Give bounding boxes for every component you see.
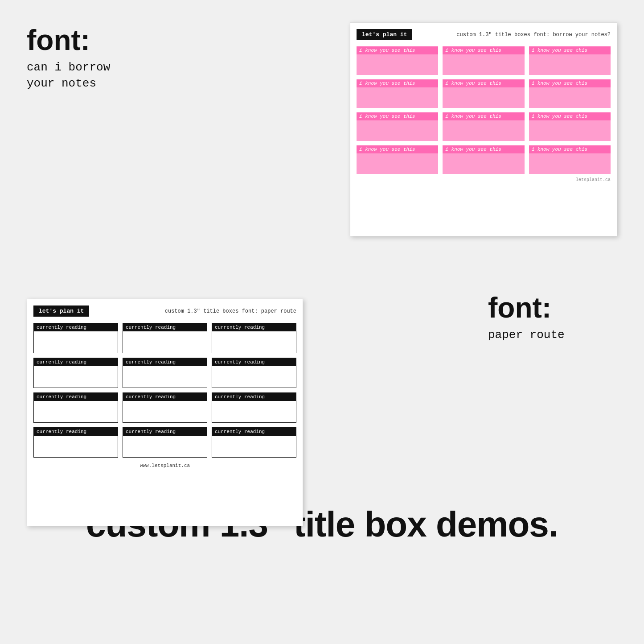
bw-sheet-watermark: www.letsplanit.ca	[33, 463, 296, 468]
sticker-label: currently reading	[212, 358, 296, 366]
sticker-label: currently reading	[123, 358, 207, 366]
sticker-body	[123, 401, 207, 422]
list-item: currently reading	[33, 392, 118, 423]
sticker-body	[212, 401, 296, 422]
font-label-right: font: paper route	[475, 259, 617, 343]
list-item: currently reading	[212, 358, 296, 388]
sticker-label: i know you see this	[357, 46, 438, 54]
bw-sticker-grid: currently reading currently reading curr…	[33, 323, 296, 458]
sticker-label: currently reading	[34, 428, 118, 436]
sticker-body	[529, 54, 611, 75]
list-item: currently reading	[33, 427, 118, 458]
sticker-body	[529, 153, 611, 174]
sticker-body	[357, 153, 438, 174]
sticker-body	[123, 436, 207, 457]
list-item: currently reading	[123, 392, 207, 423]
sheets-area-top: let's plan it custom 1.3" title boxes fo…	[152, 22, 617, 259]
sticker-body	[212, 436, 296, 457]
sticker-label: i know you see this	[443, 145, 524, 153]
sticker-label: i know you see this	[529, 112, 611, 120]
sticker-body	[212, 331, 296, 353]
list-item: i know you see this	[443, 112, 524, 141]
list-item: currently reading	[123, 358, 207, 388]
top-row: font: can i borrow your notes let's plan…	[27, 22, 617, 259]
sticker-label: currently reading	[34, 393, 118, 401]
list-item: currently reading	[33, 358, 118, 388]
sticker-body	[443, 120, 524, 141]
font-heading-left: font:	[27, 27, 152, 54]
list-item: i know you see this	[357, 79, 438, 108]
sticker-label: currently reading	[212, 393, 296, 401]
main-container: font: can i borrow your notes let's plan…	[0, 0, 644, 644]
sticker-label: currently reading	[212, 428, 296, 436]
sticker-label: currently reading	[34, 323, 118, 331]
list-item: i know you see this	[443, 145, 524, 174]
sticker-body	[529, 120, 611, 141]
list-item: i know you see this	[357, 145, 438, 174]
list-item: i know you see this	[529, 46, 611, 75]
pink-sticker-sheet: let's plan it custom 1.3" title boxes fo…	[350, 22, 617, 236]
pink-sheet-caption: custom 1.3" title boxes font: borrow you…	[417, 32, 611, 38]
sticker-label: i know you see this	[529, 46, 611, 54]
sticker-body	[357, 120, 438, 141]
sticker-label: i know you see this	[443, 79, 524, 87]
bw-sheet-caption: custom 1.3" title boxes font: paper rout…	[94, 308, 296, 314]
sticker-body	[529, 87, 611, 108]
sticker-body	[357, 87, 438, 108]
sticker-body	[123, 366, 207, 388]
list-item: currently reading	[33, 323, 118, 353]
sticker-body	[123, 331, 207, 353]
sticker-label: i know you see this	[529, 145, 611, 153]
sheets-area-bottom: let's plan it custom 1.3" title boxes fo…	[27, 259, 475, 495]
font-subtext-right: paper route	[488, 327, 617, 343]
font-heading-right: font:	[488, 294, 617, 322]
list-item: i know you see this	[529, 112, 611, 141]
pink-sticker-grid: i know you see this i know you see this …	[357, 46, 611, 174]
sticker-label: currently reading	[123, 428, 207, 436]
sticker-body	[357, 54, 438, 75]
list-item: i know you see this	[443, 46, 524, 75]
bottom-row: let's plan it custom 1.3" title boxes fo…	[27, 259, 617, 495]
font-subtext-left: can i borrow your notes	[27, 59, 152, 92]
font-label-left: font: can i borrow your notes	[27, 22, 152, 92]
bw-sticker-sheet: let's plan it custom 1.3" title boxes fo…	[27, 299, 303, 526]
sticker-label: i know you see this	[357, 112, 438, 120]
list-item: currently reading	[212, 392, 296, 423]
list-item: i know you see this	[357, 112, 438, 141]
sticker-body	[212, 366, 296, 388]
sticker-body	[34, 401, 118, 422]
sticker-body	[34, 331, 118, 353]
bw-sheet-header: let's plan it custom 1.3" title boxes fo…	[33, 305, 296, 317]
sticker-label: i know you see this	[443, 112, 524, 120]
pink-sheet-header: let's plan it custom 1.3" title boxes fo…	[357, 29, 611, 40]
list-item: i know you see this	[529, 145, 611, 174]
sticker-label: currently reading	[123, 393, 207, 401]
pink-sheet-watermark: letsplanit.ca	[357, 178, 611, 182]
sticker-body	[443, 87, 524, 108]
list-item: currently reading	[212, 427, 296, 458]
list-item: i know you see this	[529, 79, 611, 108]
sticker-label: i know you see this	[443, 46, 524, 54]
sticker-label: i know you see this	[357, 145, 438, 153]
sticker-body	[34, 366, 118, 388]
sticker-label: currently reading	[212, 323, 296, 331]
list-item: currently reading	[123, 427, 207, 458]
pink-sheet-logo: let's plan it	[357, 29, 412, 40]
list-item: currently reading	[123, 323, 207, 353]
bw-sheet-logo: let's plan it	[33, 305, 89, 317]
sticker-body	[443, 54, 524, 75]
sticker-label: i know you see this	[529, 79, 611, 87]
sticker-label: currently reading	[34, 358, 118, 366]
sticker-body	[34, 436, 118, 457]
sticker-body	[443, 153, 524, 174]
list-item: i know you see this	[443, 79, 524, 108]
sticker-label: currently reading	[123, 323, 207, 331]
sticker-label: i know you see this	[357, 79, 438, 87]
list-item: i know you see this	[357, 46, 438, 75]
list-item: currently reading	[212, 323, 296, 353]
